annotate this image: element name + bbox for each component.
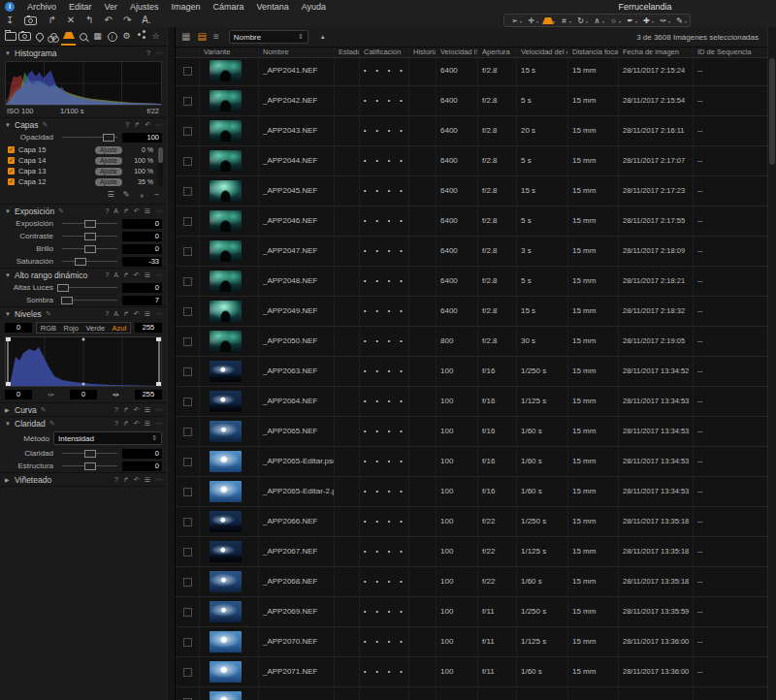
opacity-value[interactable]: 100 bbox=[122, 133, 162, 143]
chevron-down-icon[interactable]: ▼ bbox=[5, 208, 11, 214]
cell-calificacion[interactable]: • • • • • bbox=[360, 627, 409, 656]
copy-icon[interactable]: ↱ bbox=[123, 207, 129, 216]
copy-icon[interactable]: ↱ bbox=[123, 405, 129, 415]
tool-tab-color[interactable] bbox=[32, 28, 47, 45]
import-icon[interactable]: ↧ bbox=[6, 14, 14, 26]
cell-calificacion[interactable]: • • • • • bbox=[360, 387, 409, 416]
slider-track[interactable] bbox=[62, 248, 117, 249]
slider-value[interactable]: 0 bbox=[122, 232, 162, 241]
remove-layer-icon[interactable]: − bbox=[154, 190, 159, 201]
cell-calificacion[interactable]: • • • • • bbox=[360, 567, 409, 596]
row-checkbox[interactable] bbox=[183, 398, 192, 406]
row-checkbox[interactable] bbox=[183, 367, 192, 376]
menu-item-ajustes[interactable]: Ajustes bbox=[130, 2, 159, 12]
more-icon[interactable]: ⋯ bbox=[155, 309, 162, 319]
tool-tab-settings[interactable]: ⚙ bbox=[119, 28, 134, 45]
table-row[interactable]: _APP2041.NEF• • • • •6400f/2.815 s15 mm2… bbox=[176, 56, 768, 86]
slider-value[interactable]: 0 bbox=[122, 244, 162, 254]
cell-calificacion[interactable]: • • • • • bbox=[360, 297, 409, 326]
auto-icon[interactable]: A bbox=[113, 309, 118, 319]
layer-row[interactable]: ✓Capa 14Ajuste100 % bbox=[0, 155, 167, 166]
slider-track[interactable] bbox=[62, 453, 117, 454]
layers-scrollbar[interactable] bbox=[158, 145, 163, 186]
table-row[interactable]: _APP2044.NEF• • • • •6400f/2.85 s15 mm28… bbox=[176, 146, 768, 176]
copy-icon[interactable]: ↱ bbox=[123, 270, 129, 280]
thumbnail[interactable] bbox=[210, 691, 242, 700]
cell-calificacion[interactable] bbox=[360, 687, 409, 700]
table-row[interactable]: _APP2065-Editar.psd• • • • •100f/161/60 … bbox=[176, 447, 768, 477]
reset-icon[interactable]: ↶ bbox=[134, 270, 140, 280]
slider-handle[interactable] bbox=[84, 233, 96, 240]
layer-row[interactable]: ✓Capa 12Ajuste35 % bbox=[0, 176, 167, 187]
export-icon[interactable]: ↱ bbox=[48, 14, 55, 26]
thumbnail[interactable] bbox=[210, 60, 242, 81]
table-row[interactable]: _APP2066.NEF• • • • •100f/221/250 s15 mm… bbox=[176, 507, 768, 537]
table-row[interactable]: _APP2064.NEF• • • • •100f/161/125 s15 mm… bbox=[176, 387, 768, 417]
more-icon[interactable]: ⋯ bbox=[155, 120, 162, 130]
rotate-icon[interactable]: ↻▾ bbox=[572, 16, 589, 26]
thumbnail[interactable] bbox=[210, 210, 242, 232]
chevron-down-icon[interactable]: ▼ bbox=[5, 50, 11, 56]
thumbnail[interactable] bbox=[210, 180, 242, 202]
levels-channel-rojo[interactable]: Rojo bbox=[64, 324, 79, 333]
crop-icon[interactable]: #▾ bbox=[556, 16, 572, 26]
row-checkbox[interactable] bbox=[183, 458, 192, 466]
tool-tab-details[interactable] bbox=[76, 28, 90, 45]
row-checkbox[interactable] bbox=[183, 187, 192, 196]
reset-icon[interactable]: ↶ bbox=[134, 405, 140, 415]
browser-scrollbar[interactable] bbox=[767, 27, 776, 700]
slider-value[interactable]: -33 bbox=[122, 257, 162, 267]
capture-icon[interactable] bbox=[24, 14, 37, 26]
levels-channel-azul[interactable]: Azul bbox=[113, 324, 127, 333]
row-checkbox[interactable] bbox=[183, 247, 192, 256]
slider-handle[interactable] bbox=[75, 258, 86, 266]
thumbnail[interactable] bbox=[210, 511, 242, 532]
levels-channel-rgb[interactable]: RGB bbox=[41, 324, 56, 333]
layer-enabled-checkbox[interactable]: ✓ bbox=[8, 178, 15, 185]
row-checkbox[interactable] bbox=[183, 428, 192, 436]
undo-icon[interactable]: ↶ bbox=[105, 14, 113, 26]
tool-tab-exposure[interactable] bbox=[61, 27, 76, 46]
thumbnail[interactable] bbox=[210, 661, 242, 683]
highlight-picker-icon[interactable]: ✑ bbox=[113, 391, 119, 399]
chevron-right-icon[interactable]: ▶ bbox=[5, 476, 11, 483]
view-mode-grid[interactable]: ▦ bbox=[181, 30, 190, 44]
layer-row[interactable]: ✓Capa 15Ajuste0 % bbox=[0, 144, 167, 155]
row-checkbox[interactable] bbox=[183, 578, 192, 587]
mask-options-icon[interactable]: ☰ bbox=[107, 190, 113, 201]
row-checkbox[interactable] bbox=[183, 127, 192, 136]
sort-ascending-icon[interactable]: ▲ bbox=[320, 34, 326, 40]
slider-value[interactable]: 0 bbox=[122, 461, 162, 471]
heal-icon[interactable]: ✚▾ bbox=[638, 16, 655, 26]
tool-tab-rating[interactable]: ☆ bbox=[148, 28, 163, 45]
slider-value[interactable]: 0 bbox=[122, 219, 162, 229]
edit-pencil-icon[interactable]: ✎ bbox=[46, 310, 51, 318]
straighten-icon[interactable]: ∧▾ bbox=[589, 16, 605, 26]
table-row[interactable]: _APP2045.NEF• • • • •6400f/2.815 s15 mm2… bbox=[176, 176, 768, 207]
view-mode-list[interactable]: ▤ bbox=[197, 30, 206, 44]
levels-shadow-value[interactable]: 0 bbox=[5, 390, 32, 399]
presets-icon[interactable]: ☰ bbox=[145, 405, 150, 415]
row-checkbox[interactable] bbox=[183, 277, 192, 286]
cell-calificacion[interactable]: • • • • • bbox=[360, 86, 409, 115]
cell-calificacion[interactable]: • • • • • bbox=[360, 116, 409, 145]
reset-all-icon[interactable]: ↰ bbox=[85, 14, 93, 26]
shadow-picker-icon[interactable]: ✑ bbox=[48, 391, 54, 399]
menu-item-ayuda[interactable]: Ayuda bbox=[302, 2, 326, 12]
slider-track[interactable] bbox=[62, 465, 117, 466]
view-mode-rows[interactable]: ≡ bbox=[213, 30, 219, 44]
pan-icon[interactable]: ✛▾ bbox=[523, 16, 539, 26]
chevron-down-icon[interactable]: ▼ bbox=[5, 272, 11, 278]
reset-icon[interactable]: ↶ bbox=[134, 475, 140, 485]
menu-item-editar[interactable]: Editar bbox=[69, 2, 92, 12]
tool-tab-composition[interactable]: ▦ bbox=[90, 28, 105, 45]
thumbnail[interactable] bbox=[210, 120, 242, 142]
slider-track[interactable] bbox=[62, 236, 117, 237]
thumbnail[interactable] bbox=[210, 421, 242, 442]
levels-mid-value[interactable]: 0 bbox=[70, 390, 97, 399]
mask-brush-icon[interactable]: ✑▾ bbox=[655, 16, 671, 26]
sort-field-select[interactable]: Nombre ⇕ bbox=[229, 30, 308, 44]
slider-handle[interactable] bbox=[57, 284, 69, 292]
row-checkbox[interactable] bbox=[183, 488, 192, 496]
table-row[interactable]: _APP2065.NEF• • • • •100f/161/60 s15 mm2… bbox=[176, 417, 768, 447]
